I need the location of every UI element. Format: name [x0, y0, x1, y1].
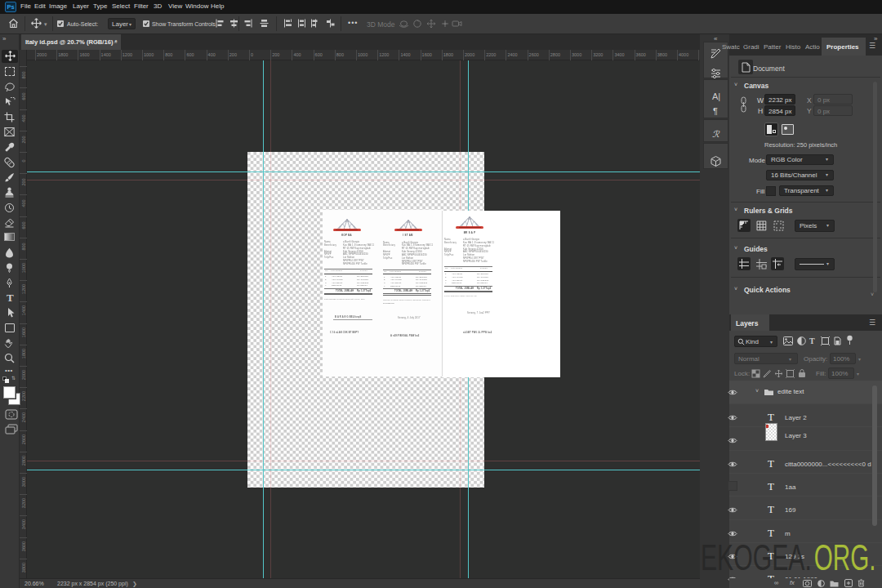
- svg-text:EKOGEA.: EKOGEA.: [701, 537, 812, 577]
- svg-text:ORG.: ORG.: [814, 537, 876, 577]
